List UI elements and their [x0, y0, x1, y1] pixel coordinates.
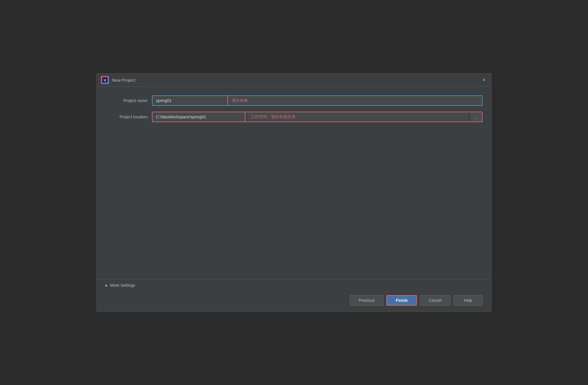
content-spacer	[105, 128, 483, 273]
project-location-label: Project location:	[105, 115, 152, 119]
cancel-button[interactable]: Cancel	[420, 295, 451, 306]
title-bar-left: U New Project	[101, 76, 135, 84]
more-settings-section: ▶ More Settings	[97, 279, 491, 291]
svg-text:U: U	[104, 78, 106, 82]
dialog-title: New Project	[112, 78, 135, 83]
triangle-icon: ▶	[105, 284, 108, 287]
project-location-row: Project location: ...	[105, 112, 483, 122]
title-bar: U New Project ×	[97, 74, 491, 87]
project-location-input[interactable]	[153, 112, 245, 122]
project-name-label: Project name:	[105, 98, 152, 103]
project-name-input-group	[152, 95, 483, 106]
browse-button[interactable]: ...	[470, 113, 482, 122]
more-settings-label: More Settings	[110, 283, 135, 288]
footer: Previous Finish Cancel Help	[97, 291, 491, 311]
project-location-hint[interactable]	[247, 112, 469, 122]
new-project-dialog: U New Project × Project name: Project lo…	[96, 73, 492, 312]
finish-button[interactable]: Finish	[386, 295, 417, 306]
project-name-row: Project name:	[105, 95, 483, 106]
previous-button[interactable]: Previous	[350, 295, 383, 306]
project-name-input[interactable]	[153, 96, 228, 105]
app-icon: U	[101, 76, 109, 84]
help-button[interactable]: Help	[453, 295, 483, 306]
more-settings-toggle[interactable]: ▶ More Settings	[105, 283, 135, 288]
close-button[interactable]: ×	[481, 77, 487, 83]
project-name-hint[interactable]	[228, 96, 482, 105]
dialog-content: Project name: Project location: ...	[97, 87, 491, 279]
